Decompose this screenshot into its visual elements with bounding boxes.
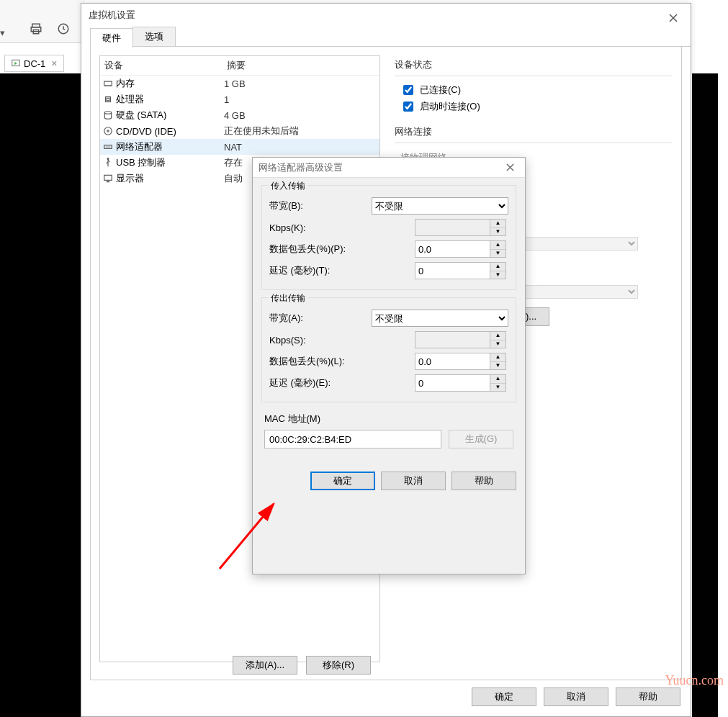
vm-tab-label: DC-1 bbox=[24, 58, 45, 69]
svg-rect-7 bbox=[107, 98, 109, 101]
svg-rect-5 bbox=[104, 81, 112, 86]
connected-checkbox-input[interactable] bbox=[403, 85, 413, 95]
mac-label: MAC 地址(M) bbox=[264, 412, 513, 425]
app-toolbar: ▾ bbox=[0, 0, 85, 43]
close-button[interactable] bbox=[662, 9, 685, 27]
spin-up-icon[interactable]: ▲ bbox=[490, 220, 505, 228]
device-summary: NAT bbox=[224, 142, 378, 153]
incoming-fieldset: 传入传输 带宽(B): 不受限 Kbps(K): ▲▼ 数据包丢失(%)(P):… bbox=[261, 185, 516, 290]
display-icon bbox=[102, 172, 114, 185]
in-loss-input[interactable] bbox=[415, 240, 490, 258]
spin-down-icon[interactable]: ▼ bbox=[490, 250, 505, 258]
svg-point-10 bbox=[107, 130, 109, 132]
header-device: 设备 bbox=[100, 56, 223, 75]
add-device-button[interactable]: 添加(A)... bbox=[233, 656, 297, 675]
in-loss-label: 数据包丢失(%)(P): bbox=[269, 243, 363, 256]
out-bandwidth-select[interactable]: 不受限 bbox=[372, 310, 508, 327]
vm-tab[interactable]: DC-1 × bbox=[4, 55, 64, 72]
spin-up-icon[interactable]: ▲ bbox=[490, 375, 505, 384]
device-row[interactable]: 硬盘 (SATA)4 GB bbox=[100, 107, 379, 123]
in-latency-input[interactable] bbox=[415, 262, 490, 279]
outgoing-legend: 传出传输 bbox=[268, 292, 308, 305]
dialog-title: 虚拟机设置 bbox=[81, 4, 691, 27]
device-name: 处理器 bbox=[116, 93, 224, 106]
connected-checkbox[interactable]: 已连接(C) bbox=[400, 83, 673, 97]
cd-icon bbox=[102, 125, 114, 137]
spin-down-icon[interactable]: ▼ bbox=[490, 384, 505, 392]
connect-poweron-checkbox[interactable]: 启动时连接(O) bbox=[400, 99, 673, 114]
svg-point-9 bbox=[104, 127, 112, 135]
disk-icon bbox=[102, 109, 114, 122]
svg-rect-13 bbox=[104, 175, 112, 180]
out-bandwidth-label: 带宽(A): bbox=[269, 312, 363, 325]
advanced-settings-dialog: 网络适配器高级设置 传入传输 带宽(B): 不受限 Kbps(K): ▲▼ 数据… bbox=[252, 157, 526, 574]
device-name: 网络适配器 bbox=[116, 140, 224, 153]
close-icon[interactable]: × bbox=[51, 58, 57, 69]
connected-label: 已连接(C) bbox=[420, 84, 461, 96]
connect-poweron-input[interactable] bbox=[403, 102, 413, 112]
out-loss-label: 数据包丢失(%)(L): bbox=[269, 355, 363, 368]
ok-button[interactable]: 确定 bbox=[472, 687, 536, 706]
spin-down-icon[interactable]: ▼ bbox=[490, 271, 505, 279]
in-kbps-label: Kbps(K): bbox=[269, 222, 363, 233]
usb-icon bbox=[102, 156, 114, 169]
device-row[interactable]: 网络适配器NAT bbox=[100, 139, 379, 155]
device-row[interactable]: 内存1 GB bbox=[100, 76, 379, 91]
device-state-title: 设备状态 bbox=[395, 58, 673, 71]
in-kbps-input[interactable] bbox=[415, 219, 490, 236]
outgoing-fieldset: 传出传输 带宽(A): 不受限 Kbps(S): ▲▼ 数据包丢失(%)(L):… bbox=[261, 297, 516, 402]
out-kbps-input[interactable] bbox=[415, 331, 490, 348]
watermark: Yuucn.com bbox=[665, 673, 724, 688]
spin-up-icon[interactable]: ▲ bbox=[490, 332, 505, 341]
inner-ok-button[interactable]: 确定 bbox=[310, 472, 375, 490]
device-summary: 4 GB bbox=[224, 110, 378, 121]
device-summary: 1 bbox=[224, 94, 378, 105]
spin-down-icon[interactable]: ▼ bbox=[490, 228, 505, 236]
spin-up-icon[interactable]: ▲ bbox=[490, 353, 505, 362]
inner-dialog-title: 网络适配器高级设置 bbox=[253, 158, 525, 178]
spin-down-icon[interactable]: ▼ bbox=[490, 362, 505, 370]
cpu-icon bbox=[102, 93, 114, 106]
dropdown-arrow-icon[interactable]: ▾ bbox=[0, 27, 5, 38]
memory-icon bbox=[102, 77, 114, 90]
remove-device-button[interactable]: 移除(R) bbox=[306, 656, 371, 675]
spin-up-icon[interactable]: ▲ bbox=[490, 263, 505, 271]
device-row[interactable]: CD/DVD (IDE)正在使用未知后端 bbox=[100, 123, 379, 139]
device-name: 显示器 bbox=[116, 172, 224, 185]
out-latency-label: 延迟 (毫秒)(E): bbox=[269, 376, 363, 389]
inner-cancel-button[interactable]: 取消 bbox=[381, 472, 446, 490]
device-name: CD/DVD (IDE) bbox=[116, 126, 224, 137]
tab-hardware[interactable]: 硬件 bbox=[90, 28, 133, 48]
in-bandwidth-label: 带宽(B): bbox=[269, 199, 363, 212]
inner-help-button[interactable]: 帮助 bbox=[451, 472, 516, 490]
out-kbps-label: Kbps(S): bbox=[269, 335, 363, 346]
out-loss-input[interactable] bbox=[415, 353, 490, 370]
spin-up-icon[interactable]: ▲ bbox=[490, 241, 505, 250]
clock-icon[interactable] bbox=[56, 22, 71, 36]
incoming-legend: 传入传输 bbox=[268, 180, 308, 192]
help-button[interactable]: 帮助 bbox=[616, 687, 680, 706]
device-name: 硬盘 (SATA) bbox=[116, 109, 224, 122]
net-conn-title: 网络连接 bbox=[395, 125, 673, 138]
header-summary: 摘要 bbox=[223, 56, 379, 75]
device-summary: 1 GB bbox=[224, 78, 378, 89]
tab-options[interactable]: 选项 bbox=[132, 27, 176, 47]
vm-tab-icon bbox=[11, 58, 21, 68]
net-icon bbox=[102, 140, 114, 153]
printer-icon[interactable] bbox=[29, 22, 43, 36]
mac-address-input[interactable] bbox=[264, 430, 441, 448]
inner-close-button[interactable] bbox=[498, 159, 522, 175]
out-latency-input[interactable] bbox=[415, 374, 490, 392]
device-row[interactable]: 处理器1 bbox=[100, 91, 379, 107]
device-name: USB 控制器 bbox=[116, 156, 224, 169]
connect-poweron-label: 启动时连接(O) bbox=[420, 100, 480, 113]
svg-point-8 bbox=[104, 112, 111, 114]
svg-point-12 bbox=[107, 158, 109, 160]
spin-down-icon[interactable]: ▼ bbox=[490, 341, 505, 348]
cancel-button[interactable]: 取消 bbox=[544, 687, 608, 706]
device-summary: 正在使用未知后端 bbox=[224, 125, 378, 137]
device-name: 内存 bbox=[116, 77, 224, 90]
svg-rect-6 bbox=[106, 97, 111, 102]
generate-mac-button[interactable]: 生成(G) bbox=[449, 430, 513, 448]
in-bandwidth-select[interactable]: 不受限 bbox=[372, 197, 508, 215]
